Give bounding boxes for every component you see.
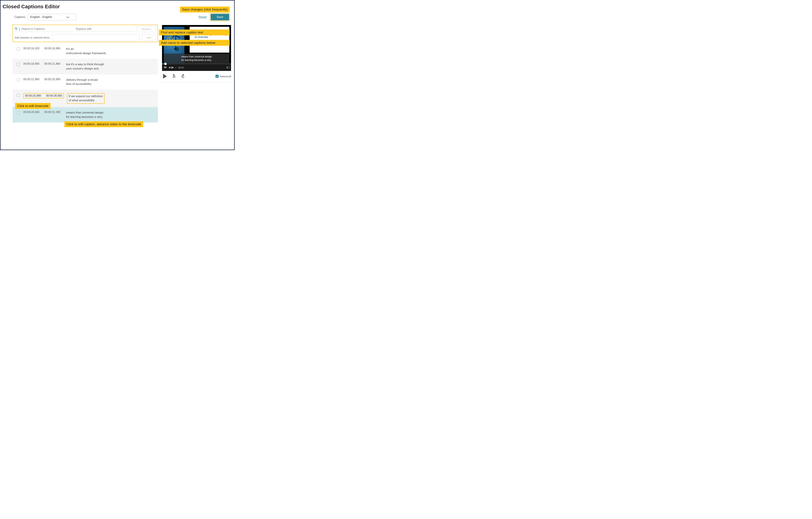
caption-row[interactable]: 00:00:21,960 00:00:25,890 delivery throu…	[12, 75, 158, 90]
video-controls: 0:28 / 10:21	[162, 64, 231, 71]
autoscroll-checkbox[interactable]	[215, 75, 219, 78]
caption-row[interactable]: 00:00:16,320 00:00:18,990 It's aninstruc…	[12, 44, 158, 59]
annotation-add: Add name to selected captions below	[159, 40, 230, 46]
captions-language-select[interactable]: English - English	[28, 14, 76, 20]
rewind-5-button[interactable]: 5	[171, 73, 177, 79]
svg-text:5: 5	[182, 76, 183, 78]
captions-label: Captions	[14, 16, 25, 19]
chevron-down-icon	[66, 16, 69, 18]
svg-point-0	[15, 27, 17, 29]
annotation-find: Find and replace caption text	[159, 29, 230, 35]
row-checkbox[interactable]	[17, 63, 20, 66]
fullscreen-icon[interactable]	[227, 66, 229, 68]
save-button[interactable]: Save	[211, 14, 229, 20]
end-timecode[interactable]: 00:00:25,890	[44, 78, 60, 81]
start-timecode[interactable]: 00:00:18,990	[23, 62, 39, 65]
caption-text-highlight-box: If we expand our definitionof what acces…	[67, 93, 105, 104]
progress-thumb[interactable]	[164, 63, 167, 65]
svg-line-1	[17, 29, 17, 30]
speaker-input[interactable]	[52, 34, 139, 41]
speaker-label: Add Speaker to selected items	[14, 36, 50, 39]
row-checkbox[interactable]	[17, 93, 20, 97]
end-timecode[interactable]: 00:00:31,290	[44, 111, 60, 114]
caption-text[interactable]: It's aninstructional design framework,	[66, 47, 107, 55]
replace-placeholder: Replace with	[76, 27, 92, 30]
row-checkbox[interactable]	[17, 47, 20, 51]
search-input[interactable]: | Search in Captions	[14, 26, 73, 32]
divider	[162, 82, 231, 83]
volume-icon[interactable]	[164, 66, 167, 69]
caption-overlay: means than universal design for learning…	[164, 54, 229, 63]
svg-point-3	[174, 48, 177, 50]
caption-row-active[interactable]: 00:00:28,560 00:00:31,290 means than uni…	[12, 107, 158, 122]
find-replace-toolbox: | Search in Captions Replace with Replac…	[12, 25, 158, 42]
annotation-timecode: Click to edit timecode	[15, 103, 51, 109]
start-timecode[interactable]: 00:00:16,320	[23, 47, 39, 50]
replace-input[interactable]: Replace with	[76, 27, 134, 31]
end-timecode[interactable]: 00:00:28,560	[46, 94, 62, 97]
annotation-save: Save changes (click frequently)	[180, 6, 230, 12]
row-checkbox[interactable]	[17, 111, 20, 114]
time-elapsed: 0:28	[169, 66, 173, 69]
revert-link[interactable]: Revert	[199, 16, 207, 19]
time-separator: /	[175, 66, 176, 69]
search-placeholder: Search in Captions	[21, 27, 45, 31]
caption-row[interactable]: 00:00:18,990 00:00:21,960 but it's a way…	[12, 59, 158, 74]
caption-text[interactable]: means than universal designfor learning …	[66, 111, 104, 119]
replace-button[interactable]: Replace	[137, 26, 156, 32]
progress-bar[interactable]	[162, 63, 231, 64]
caption-list: 00:00:16,320 00:00:18,990 It's aninstruc…	[12, 44, 158, 122]
end-timecode[interactable]: 00:00:18,990	[44, 47, 60, 50]
text-cursor: |	[19, 27, 20, 31]
forward-5-button[interactable]: 5	[180, 73, 186, 79]
captions-selected-value: English - English	[30, 16, 52, 19]
timecode-highlight-box: 00:00:25,890 00:00:28,560	[23, 93, 64, 98]
caption-text[interactable]: but it's a way to think throughyour cour…	[66, 62, 104, 71]
start-timecode[interactable]: 00:00:25,890	[25, 94, 41, 97]
caption-text[interactable]: If we expand our definitionof what acces…	[69, 94, 103, 103]
play-button[interactable]	[162, 73, 168, 79]
time-total: 10:21	[178, 66, 184, 69]
svg-text:5: 5	[173, 76, 174, 78]
end-timecode[interactable]: 00:00:21,960	[44, 62, 60, 65]
row-checkbox[interactable]	[17, 78, 20, 82]
autoscroll-label: Autoscroll	[220, 75, 231, 78]
start-timecode[interactable]: 00:00:28,560	[23, 111, 39, 114]
annotation-caption: Click to edit caption, advance video to …	[64, 121, 143, 127]
search-icon	[14, 27, 18, 31]
caption-text[interactable]: delivery through a broadlens of accessib…	[66, 78, 98, 86]
start-timecode[interactable]: 00:00:21,960	[23, 78, 39, 81]
add-speaker-button[interactable]: Add	[142, 34, 156, 40]
save-highlight-box: Save	[210, 13, 230, 21]
